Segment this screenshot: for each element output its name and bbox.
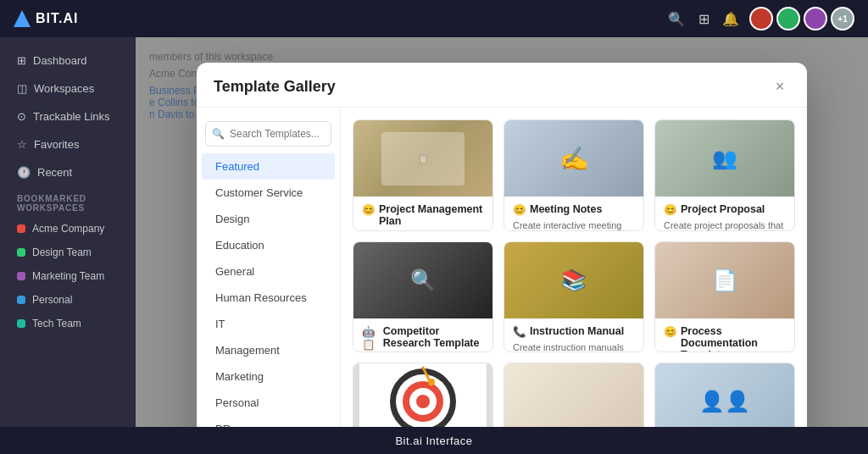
template-img-blank [504, 363, 643, 427]
ws-dot-tech [17, 319, 25, 328]
sidebar-label-trackable-links: Trackable Links [33, 110, 110, 123]
template-desc-meeting-notes: Create interactive meeting notes with Bi… [513, 219, 635, 231]
template-img-instruction-manual: 📚 [504, 242, 643, 318]
template-info-instruction-manual: 📞Instruction Manual Create instruction m… [504, 318, 643, 353]
recent-icon: 🕐 [17, 166, 31, 179]
search-icon[interactable]: 🔍 [668, 10, 685, 27]
category-design[interactable]: Design [202, 206, 335, 232]
template-card-meeting-notes[interactable]: ✍️ 😊Meeting Notes Create interactive mee… [504, 119, 644, 231]
sidebar-item-trackable-links[interactable]: ⊙ Trackable Links [5, 103, 131, 130]
bookmarked-section-label: BOOKMARKED WORKSPACES [5, 187, 131, 216]
template-name-competitor-research: 🤖📋Competitor Research Template [362, 325, 484, 351]
svg-point-5 [416, 395, 430, 408]
ws-label-tech: Tech Team [32, 318, 81, 329]
category-marketing[interactable]: Marketing [202, 363, 335, 390]
content-area: members of this workspace Acme Company d… [136, 37, 868, 427]
sidebar-label-dashboard: Dashboard [33, 54, 87, 67]
sidebar: ⊞ Dashboard ◫ Workspaces ⊙ Trackable Lin… [0, 37, 136, 427]
sidebar-label-workspaces: Workspaces [34, 82, 94, 95]
dashboard-icon: ⊞ [17, 54, 26, 67]
category-it[interactable]: IT [202, 311, 335, 337]
top-bar-actions: 🔍 ⊞ 🔔 +1 [668, 7, 854, 30]
modal-close-button[interactable]: × [770, 76, 790, 97]
template-img-team: 👤👤 [655, 363, 794, 427]
modal-header: Template Gallery × [197, 63, 807, 108]
main-layout: ⊞ Dashboard ◫ Workspaces ⊙ Trackable Lin… [0, 37, 868, 427]
logo-icon [14, 10, 31, 27]
sidebar-item-dashboard[interactable]: ⊞ Dashboard [5, 47, 131, 74]
sidebar-workspace-tech[interactable]: Tech Team [5, 313, 131, 335]
category-personal[interactable]: Personal [202, 390, 335, 416]
template-gallery-modal: Template Gallery × 🔍 Featured Custo [197, 63, 807, 427]
template-img-process-documentation: 📄 [655, 242, 794, 318]
template-card-project-management[interactable]: 📋 😊Project Management Plan Create projec… [353, 119, 493, 231]
templates-grid: 📋 😊Project Management Plan Create projec… [341, 108, 807, 427]
trackable-links-icon: ⊙ [17, 110, 26, 123]
template-card-instruction-manual[interactable]: 📚 📞Instruction Manual Create instruction… [504, 241, 644, 353]
ws-label-design: Design Team [32, 246, 92, 258]
template-card-competitor-research[interactable]: 🔍 🤖📋Competitor Research Template Create … [353, 241, 493, 353]
template-info-competitor-research: 🤖📋Competitor Research Template Create sm… [353, 318, 492, 353]
sidebar-label-recent: Recent [37, 166, 72, 179]
avatar-1[interactable] [749, 7, 773, 30]
ws-dot-personal [17, 296, 25, 304]
template-desc-project-management: Create project management documents to m… [362, 230, 484, 231]
template-card-team[interactable]: 👤👤 [654, 363, 795, 427]
category-education[interactable]: Education [202, 232, 335, 258]
template-img-project-management: 📋 [353, 120, 492, 197]
template-img-meeting-notes: ✍️ [504, 120, 643, 197]
search-icon-inside: 🔍 [212, 128, 225, 140]
bell-icon[interactable]: 🔔 [722, 10, 739, 27]
logo-text: BIT.AI [36, 11, 78, 26]
sidebar-workspace-marketing[interactable]: Marketing Team [5, 265, 131, 287]
template-img-project-proposal: 👥 [655, 120, 794, 197]
template-name-process-documentation: 😊Process Documentation Template [664, 325, 786, 353]
template-card-blank[interactable] [504, 363, 644, 427]
template-info-project-proposal: 😊Project Proposal Create project proposa… [655, 197, 794, 231]
template-name-project-management: 😊Project Management Plan [362, 203, 484, 227]
avatar-4[interactable]: +1 [831, 7, 854, 30]
avatar-2[interactable] [776, 7, 800, 30]
modal-backdrop[interactable]: Template Gallery × 🔍 Featured Custo [136, 37, 868, 427]
sidebar-item-workspaces[interactable]: ◫ Workspaces [5, 75, 131, 102]
template-card-process-documentation[interactable]: 📄 😊Process Documentation Template Create… [654, 241, 795, 353]
template-desc-project-proposal: Create project proposals that impress yo… [664, 219, 786, 231]
ws-dot-design [17, 248, 25, 257]
template-img-competitor-research: 🔍 [353, 242, 492, 318]
avatar-group: +1 [749, 7, 854, 30]
avatar-3[interactable] [804, 7, 827, 30]
category-customer-service[interactable]: Customer Service [202, 180, 335, 206]
category-general[interactable]: General [202, 258, 335, 285]
template-name-project-proposal: 😊Project Proposal [664, 203, 786, 216]
template-info-process-documentation: 😊Process Documentation Template Create p… [655, 318, 794, 353]
category-sidebar: 🔍 Featured Customer Service Design Educa… [197, 108, 341, 427]
app-container: BIT.AI 🔍 ⊞ 🔔 +1 ⊞ Dashboard ◫ Workspaces [0, 0, 868, 454]
sidebar-workspace-design[interactable]: Design Team [5, 241, 131, 263]
category-pr[interactable]: PR [202, 416, 335, 427]
template-card-target[interactable] [353, 363, 493, 427]
template-info-project-management: 😊Project Management Plan Create project … [353, 197, 492, 231]
sidebar-item-favorites[interactable]: ☆ Favorites [5, 131, 131, 158]
sidebar-label-favorites: Favorites [34, 138, 79, 151]
category-management[interactable]: Management [202, 337, 335, 363]
sidebar-item-recent[interactable]: 🕐 Recent [5, 159, 131, 185]
sidebar-workspace-acme[interactable]: Acme Company [5, 218, 131, 240]
ws-label-personal: Personal [32, 294, 72, 306]
template-img-target [353, 363, 492, 427]
sidebar-workspace-personal[interactable]: Personal [5, 289, 131, 311]
ws-label-acme: Acme Company [32, 223, 104, 235]
modal-body: 🔍 Featured Customer Service Design Educa… [197, 108, 807, 427]
svg-point-7 [428, 379, 435, 385]
category-human-resources[interactable]: Human Resources [202, 285, 335, 311]
ws-label-marketing: Marketing Team [32, 270, 104, 282]
favorites-icon: ☆ [17, 138, 27, 151]
category-featured[interactable]: Featured [202, 153, 335, 180]
template-card-project-proposal[interactable]: 👥 😊Project Proposal Create project propo… [654, 119, 795, 231]
logo: BIT.AI [14, 10, 78, 27]
grid-icon[interactable]: ⊞ [695, 10, 712, 27]
template-info-meeting-notes: 😊Meeting Notes Create interactive meetin… [504, 197, 643, 231]
ws-dot-acme [17, 224, 25, 233]
top-bar: BIT.AI 🔍 ⊞ 🔔 +1 [0, 0, 868, 37]
template-name-meeting-notes: 😊Meeting Notes [513, 203, 635, 216]
bottom-bar: Bit.ai Interface [0, 427, 868, 454]
